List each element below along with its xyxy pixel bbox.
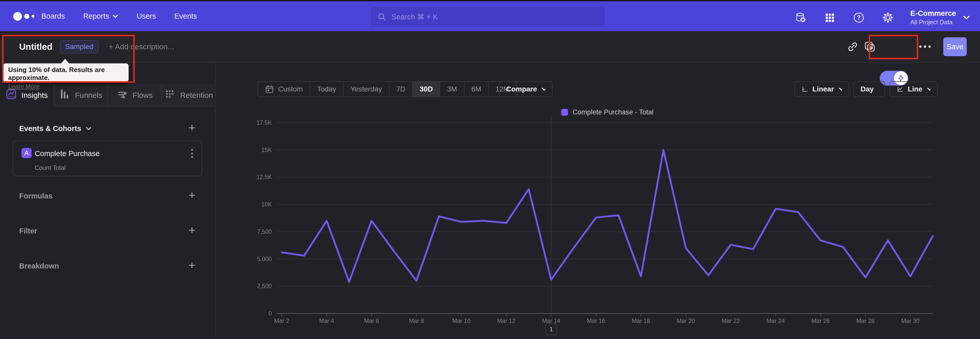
xtick-Mar-10: Mar 10 (452, 318, 471, 325)
ytick-17.5K: 17.5K (241, 119, 272, 126)
xtick-Mar-24: Mar 24 (767, 318, 785, 325)
ytick-2,500: 2,500 (241, 283, 272, 290)
xtick-Mar-28: Mar 28 (856, 318, 875, 325)
xtick-Mar-26: Mar 26 (811, 318, 830, 325)
xtick-Mar-4: Mar 4 (319, 318, 334, 325)
xtick-Mar-2: Mar 2 (274, 318, 290, 325)
ytick-15K: 15K (241, 146, 272, 153)
ytick-10K: 10K (241, 201, 272, 208)
ytick-12.5K: 12.5K (241, 174, 272, 181)
xtick-Mar-16: Mar 16 (587, 318, 605, 325)
ytick-5,000: 5,000 (241, 256, 272, 262)
sampling-tooltip: Using 10% of data. Results are approxima… (3, 63, 129, 82)
xtick-Mar-12: Mar 12 (497, 318, 515, 325)
xtick-Mar-20: Mar 20 (677, 318, 695, 325)
xtick-Mar-22: Mar 22 (722, 318, 740, 325)
xtick-Mar-30: Mar 30 (901, 318, 920, 325)
line-chart[interactable] (0, 0, 980, 339)
ytick-0: 0 (241, 310, 272, 317)
xtick-Mar-8: Mar 8 (409, 318, 424, 325)
tooltip-text: Using 10% of data. Results are approxima… (8, 66, 124, 82)
series-line[interactable] (282, 150, 933, 282)
xtick-Mar-18: Mar 18 (632, 318, 650, 325)
learn-more-link[interactable]: Learn More (8, 83, 40, 90)
ytick-7,500: 7,500 (241, 228, 272, 235)
xtick-Mar-6: Mar 6 (364, 318, 379, 325)
tooltip-arrow (61, 59, 69, 64)
pagination-page-1[interactable]: 1 (546, 323, 557, 335)
